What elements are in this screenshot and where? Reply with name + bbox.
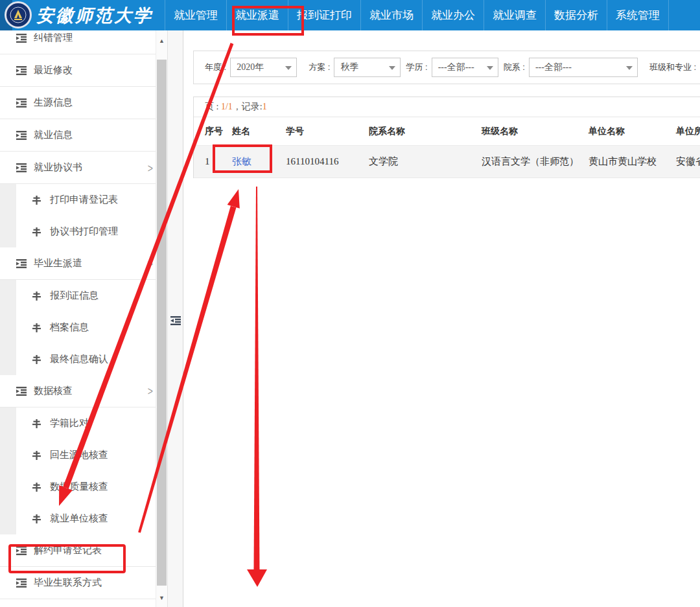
sidebar-item-label: 最近修改 bbox=[34, 64, 73, 76]
sidebar-item-inner[interactable]: 报到证信息 bbox=[16, 280, 167, 312]
nav-item-8[interactable]: 系统管理 bbox=[607, 0, 669, 30]
sidebar-item-label: 数据质量核查 bbox=[50, 481, 108, 493]
sidebar-item[interactable]: 生源信息 bbox=[0, 87, 167, 119]
sidebar-scrollbar[interactable]: ▲ ▼ bbox=[156, 30, 167, 607]
sidebar-item-inner[interactable]: 最终信息确认 bbox=[16, 343, 167, 376]
sidebar-item[interactable]: 就业信息 bbox=[0, 119, 167, 152]
table-header-row: 序号姓名学号院系名称班级名称单位名称单位所在地 bbox=[194, 117, 700, 146]
menu-list-icon bbox=[16, 131, 28, 140]
sidebar-item-inner[interactable]: 毕业生联系方式 bbox=[0, 567, 167, 599]
submenu-item-icon bbox=[32, 196, 44, 205]
nav-item-6[interactable]: 就业调查 bbox=[484, 0, 546, 30]
filter-dropdown-2[interactable]: 秋季 bbox=[334, 58, 401, 77]
sidebar: 纠错管理最近修改生源信息就业信息就业协议书>打印申请登记表协议书打印管理毕业生派… bbox=[0, 30, 167, 607]
sidebar-item[interactable]: 协议书打印管理 bbox=[0, 216, 167, 247]
table-body: 1张敏16110104116文学院汉语言文学（非师范）黄山市黄山学校安徽省 bbox=[194, 146, 700, 178]
sidebar-item-inner[interactable]: 就业单位核查 bbox=[16, 503, 167, 535]
sidebar-item[interactable]: 最近修改 bbox=[0, 54, 167, 87]
sidebar-item-inner[interactable]: 毕业生派遣> bbox=[0, 247, 167, 279]
chevron-down-icon bbox=[487, 66, 493, 70]
scroll-up-icon[interactable]: ▲ bbox=[156, 36, 167, 46]
sidebar-item-inner[interactable]: 解约申请登记表 bbox=[0, 534, 167, 566]
sidebar-item[interactable]: 毕业生联系方式 bbox=[0, 567, 167, 599]
sidebar-item-label: 就业协议书 bbox=[34, 161, 82, 174]
sidebar-item-label: 报到证信息 bbox=[50, 290, 99, 302]
collapse-sidebar-icon[interactable] bbox=[170, 316, 181, 325]
menu-list-icon bbox=[16, 66, 28, 75]
sidebar-item-inner[interactable]: 档案信息 bbox=[16, 312, 167, 344]
sidebar-item[interactable]: 就业单位核查 bbox=[0, 503, 167, 534]
chevron-right-icon: > bbox=[148, 257, 153, 270]
submenu-item-icon bbox=[32, 292, 44, 301]
sidebar-item-inner[interactable]: 纠错管理 bbox=[0, 30, 167, 54]
column-header: 学号 bbox=[286, 126, 369, 137]
sidebar-item[interactable]: 报到证信息 bbox=[0, 280, 167, 312]
scroll-down-icon[interactable]: ▼ bbox=[156, 593, 167, 603]
sidebar-item[interactable]: 回生源地核查 bbox=[0, 439, 167, 471]
sidebar-item[interactable]: 最终信息确认 bbox=[0, 343, 167, 375]
table-row: 1张敏16110104116文学院汉语言文学（非师范）黄山市黄山学校安徽省 bbox=[194, 146, 700, 178]
sidebar-item[interactable]: 毕业生派遣> bbox=[0, 247, 167, 280]
filter-dropdown-4[interactable]: ---全部--- bbox=[529, 58, 638, 77]
sidebar-collapse-strip[interactable] bbox=[167, 30, 183, 607]
records-count: 1 bbox=[262, 102, 267, 111]
sidebar-item[interactable]: 档案信息 bbox=[0, 312, 167, 343]
nav-item-3[interactable]: 报到证打印 bbox=[288, 0, 361, 30]
sidebar-item-label: 打印申请登记表 bbox=[50, 194, 118, 206]
nav-item-4[interactable]: 就业市场 bbox=[361, 0, 423, 30]
page-number: 1/1 bbox=[221, 102, 233, 111]
sidebar-item-inner[interactable]: 数据质量核查 bbox=[16, 471, 167, 503]
sidebar-item-label: 档案信息 bbox=[50, 321, 89, 334]
sidebar-item-inner[interactable]: 协议书打印管理 bbox=[16, 216, 167, 248]
sidebar-item[interactable]: 学籍比对 bbox=[0, 407, 167, 439]
sidebar-item[interactable]: 纠错管理 bbox=[0, 30, 167, 54]
dropdown-selected-value: 秋季 bbox=[340, 62, 358, 73]
nav-item-1[interactable]: 就业管理 bbox=[165, 0, 227, 30]
sidebar-item-inner[interactable]: 最近修改 bbox=[0, 54, 167, 86]
submenu-item-icon bbox=[32, 323, 44, 332]
scrollbar-thumb[interactable] bbox=[157, 60, 167, 586]
sidebar-item[interactable]: 数据核查> bbox=[0, 375, 167, 407]
sidebar-item-inner[interactable]: 就业协议书> bbox=[0, 152, 167, 183]
sidebar-item-inner[interactable]: 学籍比对 bbox=[16, 407, 167, 440]
sidebar-item-inner[interactable]: 数据核查> bbox=[0, 375, 167, 407]
submenu-item-icon bbox=[32, 514, 44, 523]
sidebar-item[interactable]: 就业协议书> bbox=[0, 152, 167, 184]
filter-panel: 年度 :2020年方案 :秋季学历 :---全部---院系 :---全部---班… bbox=[193, 51, 700, 84]
submenu-item-icon bbox=[32, 419, 44, 428]
sidebar-item-inner[interactable]: 打印申请登记表 bbox=[16, 184, 167, 216]
submenu-item-icon bbox=[32, 483, 44, 492]
submenu-item-icon bbox=[32, 451, 44, 460]
filter-label-1: 年度 : bbox=[205, 62, 226, 73]
column-header: 姓名 bbox=[232, 126, 286, 137]
nav-item-5[interactable]: 就业办公 bbox=[423, 0, 484, 30]
chevron-right-icon: > bbox=[148, 384, 153, 398]
sidebar-item-label: 协议书打印管理 bbox=[50, 225, 118, 238]
sidebar-item-inner[interactable]: 生源信息 bbox=[0, 87, 167, 119]
sidebar-item-inner[interactable]: 回生源地核查 bbox=[16, 439, 167, 472]
nav-item-7[interactable]: 数据分析 bbox=[546, 0, 607, 30]
nav-item-2[interactable]: 就业派遣 bbox=[227, 0, 288, 30]
filter-dropdown-3[interactable]: ---全部--- bbox=[432, 58, 498, 77]
dropdown-selected-value: ---全部--- bbox=[535, 62, 572, 73]
menu-list-icon bbox=[16, 163, 28, 172]
table-cell: 16110104116 bbox=[286, 156, 369, 167]
sidebar-item-inner[interactable]: 就业信息 bbox=[0, 119, 167, 151]
sidebar-item[interactable]: 打印申请登记表 bbox=[0, 184, 167, 216]
pagination-summary: 页 : 1/1，记录:1 bbox=[194, 97, 700, 117]
filter-label-4: 院系 : bbox=[504, 62, 525, 73]
table-cell: 安徽省 bbox=[676, 155, 700, 168]
filter-dropdown-1[interactable]: 2020年 bbox=[230, 58, 297, 77]
sidebar-item[interactable]: 数据质量核查 bbox=[0, 471, 167, 503]
sidebar-menu: 纠错管理最近修改生源信息就业信息就业协议书>打印申请登记表协议书打印管理毕业生派… bbox=[0, 30, 167, 599]
sidebar-item-label: 毕业生派遣 bbox=[34, 257, 82, 269]
filter-label-5: 班级和专业 : bbox=[649, 62, 696, 73]
menu-list-icon bbox=[16, 387, 28, 396]
sidebar-item-label: 纠错管理 bbox=[34, 32, 73, 44]
chevron-down-icon bbox=[285, 66, 292, 70]
menu-list-icon bbox=[16, 546, 28, 555]
chevron-right-icon: > bbox=[148, 161, 153, 174]
dropdown-selected-value: ---全部--- bbox=[438, 62, 474, 73]
sidebar-item[interactable]: 解约申请登记表 bbox=[0, 534, 167, 567]
student-name-link[interactable]: 张敏 bbox=[232, 155, 286, 168]
